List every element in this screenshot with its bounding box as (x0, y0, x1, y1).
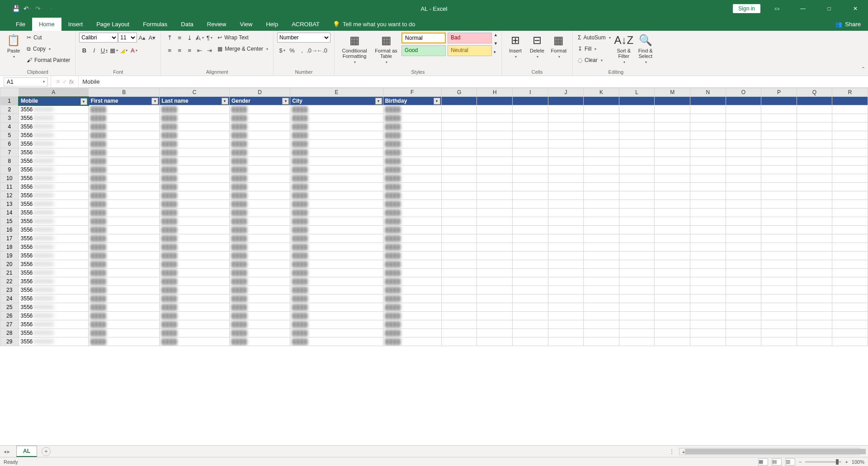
cell[interactable]: ████ (383, 174, 441, 183)
cell[interactable] (726, 252, 761, 260)
cell[interactable]: ████ (383, 131, 441, 140)
cell[interactable]: 35560000000 (19, 234, 89, 243)
cell[interactable] (513, 157, 548, 166)
cell[interactable] (726, 312, 761, 320)
cell[interactable]: ████ (383, 312, 441, 320)
cell[interactable]: 35560000000 (19, 277, 89, 286)
cell[interactable] (548, 243, 584, 252)
cell[interactable] (441, 338, 477, 346)
cell[interactable] (726, 217, 761, 226)
cell[interactable]: 35560000000 (19, 329, 89, 338)
cell[interactable] (761, 217, 797, 226)
cell[interactable] (619, 286, 655, 295)
cell[interactable] (584, 226, 619, 234)
cell[interactable] (477, 209, 513, 217)
cell[interactable] (655, 97, 690, 105)
cell[interactable] (619, 312, 655, 320)
cell[interactable] (584, 148, 619, 157)
row-header-29[interactable]: 29 (0, 338, 19, 346)
sort-filter-button[interactable]: A↓ZSort & Filter▾ (614, 33, 634, 65)
cell[interactable] (797, 295, 832, 303)
filter-button-birthday[interactable]: ▾ (434, 98, 440, 105)
column-header-D[interactable]: D (229, 88, 290, 97)
cell[interactable] (619, 209, 655, 217)
minimize-icon[interactable]: — (793, 0, 813, 17)
row-header-21[interactable]: 21 (0, 269, 19, 277)
row-header-8[interactable]: 8 (0, 157, 19, 166)
cell[interactable]: 35560000000 (19, 131, 89, 140)
cell[interactable]: ████ (383, 338, 441, 346)
cell[interactable]: ████ (290, 131, 383, 140)
cell[interactable] (619, 303, 655, 312)
cell[interactable] (655, 148, 690, 157)
cell[interactable] (690, 252, 726, 260)
cell[interactable] (761, 312, 797, 320)
cell[interactable] (726, 140, 761, 148)
cell[interactable] (832, 114, 868, 123)
cell[interactable] (619, 97, 655, 105)
cell[interactable]: ████ (89, 269, 160, 277)
cell[interactable] (655, 243, 690, 252)
cell[interactable] (797, 148, 832, 157)
cell[interactable] (726, 131, 761, 140)
cell[interactable]: ████ (229, 105, 290, 114)
cell[interactable] (832, 217, 868, 226)
column-header-O[interactable]: O (726, 88, 761, 97)
tab-data[interactable]: Data (174, 18, 200, 31)
cell[interactable] (655, 312, 690, 320)
filter-button-city[interactable]: ▾ (375, 98, 382, 105)
table-header-first-name[interactable]: First name▾ (89, 97, 160, 105)
cell[interactable]: 35560000000 (19, 140, 89, 148)
row-header-18[interactable]: 18 (0, 243, 19, 252)
cell[interactable] (513, 286, 548, 295)
cell[interactable] (513, 191, 548, 200)
cell[interactable]: ████ (229, 131, 290, 140)
cell[interactable] (832, 191, 868, 200)
cell[interactable]: ████ (290, 200, 383, 209)
cell[interactable] (690, 114, 726, 123)
cell[interactable] (797, 252, 832, 260)
cell[interactable] (477, 183, 513, 191)
cell[interactable]: ████ (290, 123, 383, 131)
grow-font-icon[interactable]: A▴ (137, 33, 147, 43)
page-layout-view-icon[interactable]: ▤ (772, 458, 782, 466)
cell[interactable] (761, 200, 797, 209)
cell[interactable] (477, 286, 513, 295)
cell[interactable] (690, 303, 726, 312)
cell[interactable]: 35560000000 (19, 191, 89, 200)
cell[interactable] (584, 260, 619, 269)
cell[interactable] (655, 191, 690, 200)
row-header-20[interactable]: 20 (0, 260, 19, 269)
cell[interactable] (655, 123, 690, 131)
cell[interactable] (655, 277, 690, 286)
cell[interactable] (797, 183, 832, 191)
percent-format-icon[interactable]: % (287, 45, 297, 55)
cell[interactable]: ████ (160, 269, 230, 277)
cell[interactable] (584, 166, 619, 174)
cell[interactable]: ████ (229, 114, 290, 123)
cell[interactable] (513, 166, 548, 174)
cell[interactable] (477, 320, 513, 329)
cell[interactable]: ████ (89, 312, 160, 320)
cell[interactable] (548, 114, 584, 123)
cell[interactable] (655, 226, 690, 234)
copy-button[interactable]: ⧉Copy▾ (25, 44, 71, 54)
cell[interactable]: 35560000000 (19, 157, 89, 166)
cell[interactable] (655, 174, 690, 183)
cell[interactable]: 35560000000 (19, 148, 89, 157)
scrollbar-thumb[interactable] (685, 449, 866, 454)
cell[interactable]: ████ (160, 174, 230, 183)
cell[interactable] (619, 148, 655, 157)
cell[interactable] (548, 174, 584, 183)
cell[interactable]: 35560000000 (19, 226, 89, 234)
row-header-24[interactable]: 24 (0, 295, 19, 303)
cell[interactable] (584, 183, 619, 191)
cell[interactable] (761, 166, 797, 174)
cell[interactable]: ████ (383, 105, 441, 114)
cell[interactable]: 35560000000 (19, 217, 89, 226)
cell[interactable]: ████ (229, 243, 290, 252)
cell[interactable] (513, 97, 548, 105)
cell[interactable] (655, 200, 690, 209)
cell[interactable]: ████ (229, 252, 290, 260)
cell[interactable] (690, 200, 726, 209)
